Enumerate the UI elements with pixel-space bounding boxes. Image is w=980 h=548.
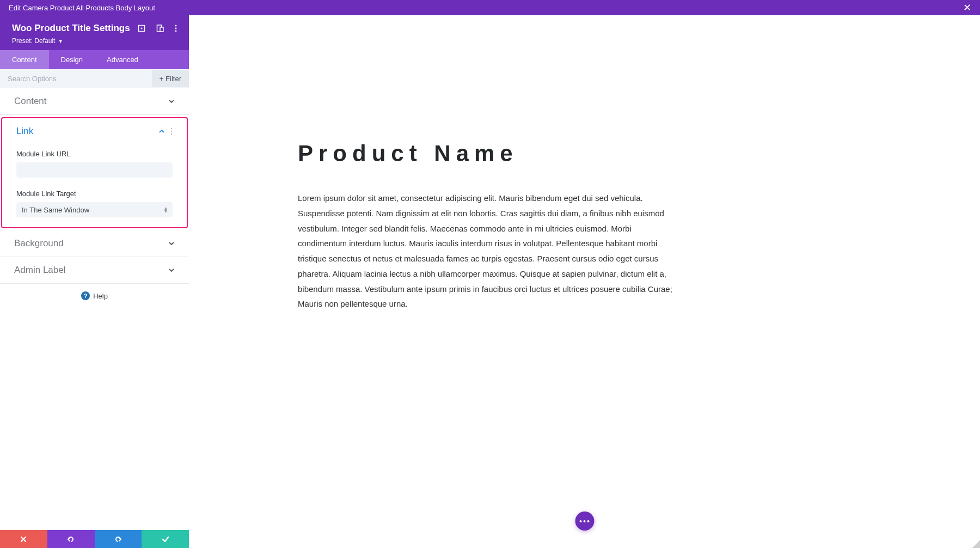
section-link-body: Module Link URL Module Link Target In Th…	[2, 144, 187, 227]
responsive-icon[interactable]	[156, 25, 164, 32]
search-row: + Filter	[0, 69, 189, 88]
svg-rect-3	[160, 27, 163, 32]
section-content-title: Content	[14, 96, 47, 107]
filter-label: Filter	[166, 75, 181, 83]
help-icon: ?	[81, 291, 90, 300]
top-bar: Edit Camera Product All Products Body La…	[0, 0, 980, 15]
product-module[interactable]: Product Name Lorem ipsum dolor sit amet,…	[298, 141, 679, 312]
tab-advanced[interactable]: Advanced	[95, 50, 150, 69]
chevron-down-icon	[168, 98, 175, 105]
settings-tabs: Content Design Advanced	[0, 50, 189, 69]
svg-point-6	[175, 31, 177, 32]
page-settings-fab[interactable]	[575, 512, 594, 531]
save-button[interactable]	[142, 530, 189, 548]
link-target-select[interactable]: In The Same Window ▴▾	[16, 202, 173, 217]
svg-point-5	[175, 28, 177, 29]
section-link-header[interactable]: Link	[2, 118, 187, 144]
link-target-label: Module Link Target	[16, 190, 173, 198]
section-admin-label-header[interactable]: Admin Label	[0, 257, 189, 283]
more-icon[interactable]	[175, 25, 177, 32]
link-target-value: In The Same Window	[22, 206, 164, 214]
section-background: Background	[0, 230, 189, 257]
section-background-header[interactable]: Background	[0, 230, 189, 257]
section-admin-label: Admin Label	[0, 257, 189, 284]
redo-button[interactable]	[95, 530, 142, 548]
svg-point-4	[175, 25, 177, 27]
filter-button[interactable]: + Filter	[152, 70, 189, 87]
undo-button[interactable]	[47, 530, 95, 548]
preset-selector[interactable]: Preset: Default ▼	[12, 37, 177, 45]
tab-content[interactable]: Content	[0, 50, 49, 69]
search-input[interactable]	[0, 69, 152, 88]
hover-icon[interactable]	[138, 25, 145, 32]
cancel-icon	[20, 535, 27, 543]
resize-handle[interactable]	[972, 540, 980, 548]
close-icon[interactable]: ✕	[963, 2, 971, 14]
svg-point-9	[171, 133, 173, 135]
tab-design[interactable]: Design	[49, 50, 95, 69]
preview-canvas: Product Name Lorem ipsum dolor sit amet,…	[189, 15, 980, 548]
preset-label: Preset:	[12, 37, 33, 45]
link-url-input[interactable]	[16, 162, 173, 178]
undo-icon	[66, 535, 75, 544]
section-link-title: Link	[16, 126, 33, 137]
svg-point-7	[171, 128, 173, 130]
cancel-button[interactable]	[0, 530, 47, 548]
module-title: Woo Product Title Settings	[12, 23, 130, 34]
plus-icon: +	[160, 75, 164, 83]
preset-value: Default	[34, 37, 55, 45]
section-content: Content	[0, 88, 189, 115]
settings-sidebar: Woo Product Title Settings Preset: Defau…	[0, 15, 189, 548]
bottom-bar	[0, 530, 189, 548]
section-link: Link Module Link URL Module Link Target …	[1, 117, 188, 228]
chevron-down-icon	[168, 267, 175, 273]
chevron-up-icon	[158, 128, 165, 135]
redo-icon	[114, 535, 122, 544]
section-admin-label-title: Admin Label	[14, 265, 66, 276]
sidebar-header: Woo Product Title Settings Preset: Defau…	[0, 15, 189, 50]
section-content-header[interactable]: Content	[0, 88, 189, 114]
chevron-down-icon	[168, 240, 175, 247]
check-icon	[161, 535, 170, 544]
dots-icon	[580, 520, 590, 522]
help-button[interactable]: ? Help	[0, 284, 189, 308]
settings-sections: Content Link Module Link URL	[0, 88, 189, 530]
svg-point-8	[171, 131, 173, 132]
help-label: Help	[93, 292, 108, 300]
product-description: Lorem ipsum dolor sit amet, consectetur …	[298, 191, 679, 312]
caret-down-icon: ▼	[58, 39, 63, 44]
top-bar-title: Edit Camera Product All Products Body La…	[9, 4, 155, 12]
svg-point-1	[141, 28, 143, 29]
section-more-icon[interactable]	[170, 127, 173, 135]
product-title: Product Name	[298, 141, 679, 167]
section-background-title: Background	[14, 238, 64, 249]
select-arrows-icon: ▴▾	[164, 206, 167, 213]
link-url-label: Module Link URL	[16, 150, 173, 158]
